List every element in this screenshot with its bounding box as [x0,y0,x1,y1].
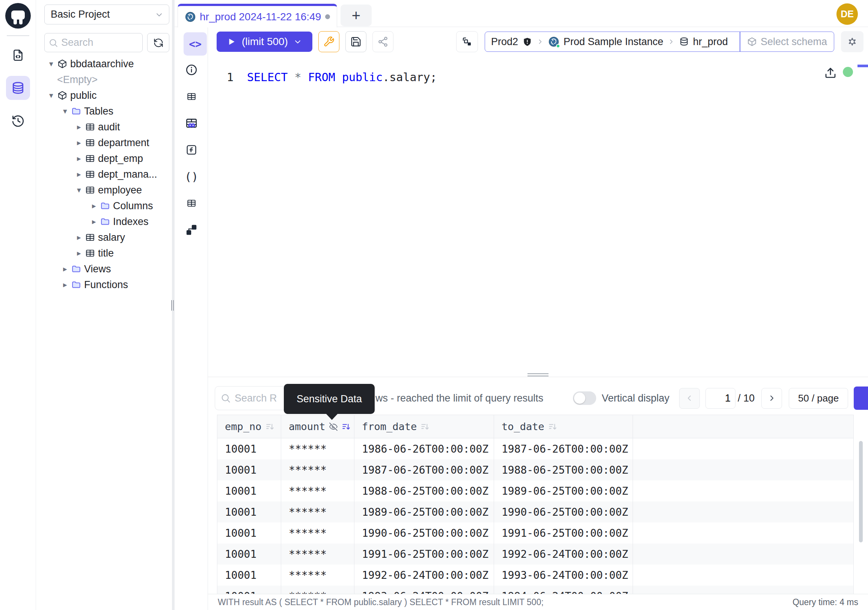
history-icon[interactable] [6,109,30,133]
tree-item-title[interactable]: ▸title [36,245,172,261]
sort-icon[interactable] [341,422,351,432]
table-cell[interactable]: 10001 [217,565,281,585]
table-cell[interactable]: 1991-06-25T00:00:00Z [494,523,633,543]
export-button[interactable] [854,386,868,410]
table-cell[interactable] [633,438,853,459]
function-icon[interactable] [185,143,198,157]
table-cell[interactable]: ****** [281,438,354,459]
sort-icon[interactable] [548,422,558,432]
table-row[interactable]: 10001******1989-06-25T00:00:00Z1990-06-2… [217,501,853,523]
upload-button[interactable] [824,66,837,80]
table-cell[interactable]: ****** [281,543,354,565]
caret-down-icon[interactable]: ▾ [77,186,85,194]
schema-select[interactable]: Select schema [740,36,834,48]
table-cell[interactable]: 10001 [217,459,281,480]
sort-icon[interactable] [265,422,275,432]
table-cell[interactable]: 10001 [217,523,281,543]
database-icon[interactable] [6,76,30,100]
table-cell[interactable]: ****** [281,480,354,501]
caret-right-icon[interactable]: ▸ [92,217,100,226]
table-cell[interactable]: 1987-06-26T00:00:00Z [494,438,633,459]
table-scrollbar[interactable] [859,441,863,542]
table-cell[interactable]: 1989-06-25T00:00:00Z [354,501,494,523]
tree-item-dept-mana-[interactable]: ▸dept_mana... [36,166,172,182]
caret-down-icon[interactable]: ▾ [63,107,71,116]
table-cell[interactable]: ****** [281,565,354,585]
prev-page-button[interactable] [679,388,700,409]
caret-down-icon[interactable]: ▾ [49,91,57,100]
table-cell[interactable]: ****** [281,523,354,543]
refresh-button[interactable] [147,33,169,52]
caret-down-icon[interactable]: ▾ [49,59,57,68]
table-cell[interactable]: 1993-06-24T00:00:00Z [354,585,494,594]
table-cell[interactable] [633,480,853,501]
batch-query-button[interactable] [456,31,478,52]
table-cell[interactable]: 10001 [217,480,281,501]
tree-item-views[interactable]: ▸Views [36,261,172,277]
connection-breadcrumb[interactable]: Prod2 Prod Sample Instance hr_prod Selec [485,31,834,52]
table-cell[interactable]: 1991-06-25T00:00:00Z [354,543,494,565]
table-icon[interactable] [185,196,198,210]
caret-right-icon[interactable]: ▸ [77,233,85,242]
table-cell[interactable]: 1988-06-25T00:00:00Z [354,480,494,501]
new-tab-button[interactable]: + [341,5,372,26]
caret-right-icon[interactable]: ▸ [77,170,85,179]
table-cell[interactable]: 1994-06-24T00:00:00Z [494,585,633,594]
table-cell[interactable] [633,523,853,543]
table-cell[interactable]: 1990-06-25T00:00:00Z [354,523,494,543]
share-button[interactable] [372,31,394,52]
caret-right-icon[interactable]: ▸ [77,138,85,147]
table-cell[interactable]: 10001 [217,543,281,565]
table-row[interactable]: 10001******1993-06-24T00:00:00Z1994-06-2… [217,585,853,594]
table-cell[interactable]: ****** [281,459,354,480]
format-sql-button[interactable] [318,31,339,52]
tree-item-department[interactable]: ▸department [36,135,172,151]
table-row[interactable]: 10001******1986-06-26T00:00:00Z1987-06-2… [217,438,853,459]
table-cell[interactable]: ****** [281,501,354,523]
tree-item-bbdataarchive[interactable]: ▾bbdataarchive [36,56,172,72]
table-cell[interactable]: 10001 [217,438,281,459]
table-cell[interactable]: 1990-06-25T00:00:00Z [494,501,633,523]
vertical-display-toggle[interactable] [573,391,596,405]
table-cell[interactable]: 1987-06-26T00:00:00Z [354,459,494,480]
table-row[interactable]: 10001******1990-06-25T00:00:00Z1991-06-2… [217,523,853,543]
tree-item-dept-emp[interactable]: ▸dept_emp [36,151,172,166]
diagram-icon[interactable] [185,223,198,237]
bytebase-logo[interactable] [5,3,31,28]
column-header-amount[interactable]: amount [281,415,354,438]
tree-item-columns[interactable]: ▸Columns [36,198,172,214]
tree-item-functions[interactable]: ▸Functions [36,277,172,293]
column-header-emp_no[interactable]: emp_no [217,415,281,438]
avatar[interactable]: DE [837,3,858,25]
ai-assistant-button[interactable] [841,31,863,52]
caret-right-icon[interactable]: ▸ [63,280,71,289]
table-cell[interactable] [633,459,853,480]
table-row[interactable]: 10001******1992-06-24T00:00:00Z1993-06-2… [217,565,853,585]
table-cell[interactable] [633,543,853,565]
column-header-from_date[interactable]: from_date [354,415,494,438]
tree-item-employee[interactable]: ▾employee [36,182,172,198]
run-query-button[interactable]: (limit 500) [217,31,312,52]
tab-worksheet[interactable]: hr_prod 2024-11-22 16:49 [178,4,337,28]
tree-item-salary[interactable]: ▸salary [36,230,172,245]
table-cell[interactable]: 1993-06-24T00:00:00Z [494,565,633,585]
tree-item--empty-[interactable]: <Empty> [36,72,172,87]
table-cell[interactable]: 1986-06-26T00:00:00Z [354,438,494,459]
column-header-to_date[interactable]: to_date [494,415,633,438]
caret-right-icon[interactable]: ▸ [77,123,85,132]
table-cell[interactable]: 1988-06-25T00:00:00Z [494,459,633,480]
table-row[interactable]: 10001******1987-06-26T00:00:00Z1988-06-2… [217,459,853,480]
save-button[interactable] [346,31,366,52]
table-icon[interactable] [185,90,198,103]
table-row[interactable]: 10001******1991-06-25T00:00:00Z1992-06-2… [217,543,853,565]
code-view-button[interactable]: <> [184,32,207,56]
page-number-input[interactable] [705,388,735,409]
caret-right-icon[interactable]: ▸ [63,264,71,273]
sidebar-search-input[interactable] [61,37,136,48]
caret-right-icon[interactable]: ▸ [92,201,100,210]
sort-icon[interactable] [420,422,430,432]
table-cell[interactable] [633,501,853,523]
tree-item-tables[interactable]: ▾Tables [36,103,172,119]
table-cell[interactable] [633,565,853,585]
table-cell[interactable]: 10001 [217,585,281,594]
